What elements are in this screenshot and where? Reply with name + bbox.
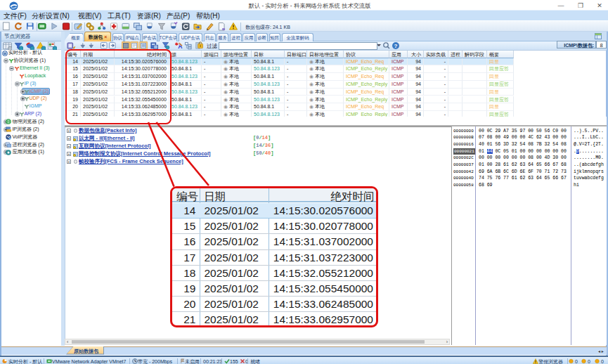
svg-text:?: ? xyxy=(394,43,398,49)
